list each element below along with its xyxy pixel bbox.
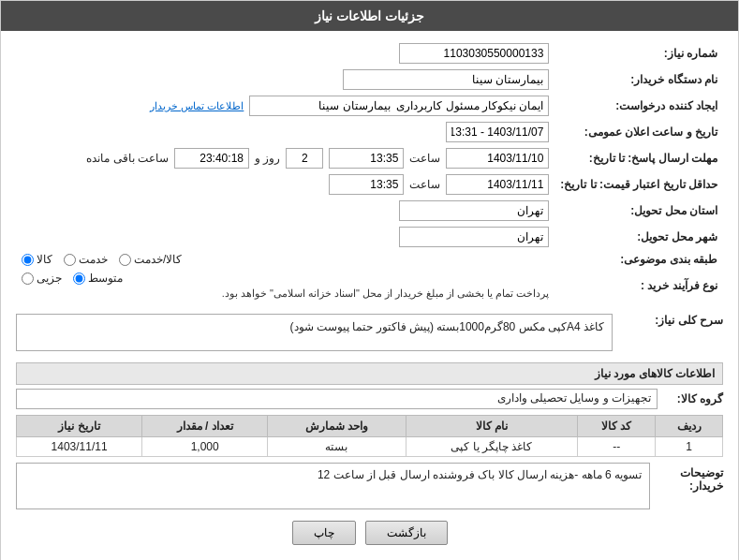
cell-tedad: 1,000 bbox=[142, 437, 268, 457]
nogh-note: پرداخت تمام یا بخشی از مبلغ خریدار از مح… bbox=[22, 287, 549, 300]
tabaqe-kala-option[interactable]: کالا bbox=[22, 253, 52, 266]
mohlat-label: مهلت ارسال پاسخ: تا تاریخ: bbox=[554, 145, 723, 171]
mohlat-roz-input[interactable] bbox=[286, 148, 323, 169]
ijad-label: ایجاد کننده درخواست: bbox=[554, 93, 723, 119]
contact-link[interactable]: اطلاعات تماس خریدار bbox=[150, 100, 244, 112]
jadval-saat-input[interactable] bbox=[329, 174, 404, 195]
ostan-input[interactable] bbox=[399, 200, 549, 221]
mohlat-baqi-label: ساعت باقی مانده bbox=[86, 152, 169, 165]
goods-table: ردیف کد کالا نام کالا واحد شمارش تعداد /… bbox=[16, 415, 723, 457]
cell-radif: 1 bbox=[656, 437, 723, 457]
mohlat-saat-input[interactable] bbox=[329, 148, 404, 169]
col-kod: کد کالا bbox=[578, 416, 656, 437]
mohlat-date-input[interactable] bbox=[446, 148, 549, 169]
cell-nam: کاغذ چاپگر یا کپی bbox=[406, 437, 578, 457]
mohlat-roz-label: روز و bbox=[255, 152, 280, 165]
tabaqe-label: طبقه بندی موضوعی: bbox=[554, 250, 723, 269]
nogh-label: نوع فرآیند خرید : bbox=[554, 269, 723, 302]
tabaqe-khedmat-option[interactable]: خدمت bbox=[64, 253, 108, 266]
shomara-input[interactable] bbox=[399, 43, 549, 64]
tozi-box: تسویه 6 ماهه -هزینه ارسال کالا باک فروشن… bbox=[16, 463, 650, 509]
print-button[interactable]: چاپ bbox=[292, 521, 356, 545]
col-radif: ردیف bbox=[656, 416, 723, 437]
nogh-motevaset-option[interactable]: متوسط bbox=[73, 272, 123, 285]
button-row: بازگشت چاپ bbox=[16, 521, 723, 545]
nam-dastgah-input[interactable] bbox=[343, 69, 549, 90]
shomara-label: شماره نیاز: bbox=[554, 40, 723, 66]
jadval-date-input[interactable] bbox=[446, 174, 549, 195]
col-nam: نام کالا bbox=[406, 416, 578, 437]
shahr-label: شهر محل تحویل: bbox=[554, 224, 723, 250]
col-tedad: تعداد / مقدار bbox=[142, 416, 268, 437]
nogh-jozi-option[interactable]: جزیی bbox=[22, 272, 62, 285]
serh-label: سرح کلی نیاز: bbox=[620, 310, 723, 327]
group-value: تجهیزات و وسایل تحصیلی واداری bbox=[16, 389, 658, 409]
tozi-label: توضیحات خریدار: bbox=[658, 463, 723, 493]
shahr-input[interactable] bbox=[399, 227, 549, 247]
col-tarikh: تاریخ نیاز bbox=[17, 416, 142, 437]
ijad-input[interactable] bbox=[249, 96, 549, 116]
back-button[interactable]: بازگشت bbox=[365, 521, 448, 545]
nam-dastgah-label: نام دستگاه خریدار: bbox=[554, 66, 723, 93]
cell-vahed: بسته bbox=[268, 437, 406, 457]
tabaqe-kala-khedmat-option[interactable]: کالا/خدمت bbox=[119, 253, 182, 266]
page-title: جزئیات اطلاعات نیاز bbox=[315, 8, 424, 23]
mohlat-saat-label: ساعت bbox=[409, 152, 440, 165]
cell-tarikh: 1403/11/11 bbox=[17, 437, 142, 457]
group-label: گروه کالا: bbox=[658, 392, 723, 405]
kalaha-section-title: اطلاعات کالاهای مورد نیاز bbox=[16, 362, 723, 385]
ostan-label: استان محل تحویل: bbox=[554, 198, 723, 224]
tarikh-input[interactable] bbox=[446, 122, 549, 142]
col-vahed: واحد شمارش bbox=[268, 416, 406, 437]
jadval-saat-label: ساعت bbox=[409, 178, 440, 191]
cell-kod: -- bbox=[578, 437, 656, 457]
page-header: جزئیات اطلاعات نیاز bbox=[1, 1, 738, 31]
table-row: 1--کاغذ چاپگر یا کپیبسته1,0001403/11/11 bbox=[17, 437, 723, 457]
serh-box: کاغذ A4کپی مکس 80گرم1000بسته (پیش فاکتور… bbox=[16, 314, 613, 351]
mohlat-baqi-input[interactable] bbox=[174, 148, 249, 169]
jadval-label: حداقل تاریخ اعتبار قیمت: تا تاریخ: bbox=[554, 171, 723, 198]
tarikh-label: تاریخ و ساعت اعلان عمومی: bbox=[554, 119, 723, 145]
